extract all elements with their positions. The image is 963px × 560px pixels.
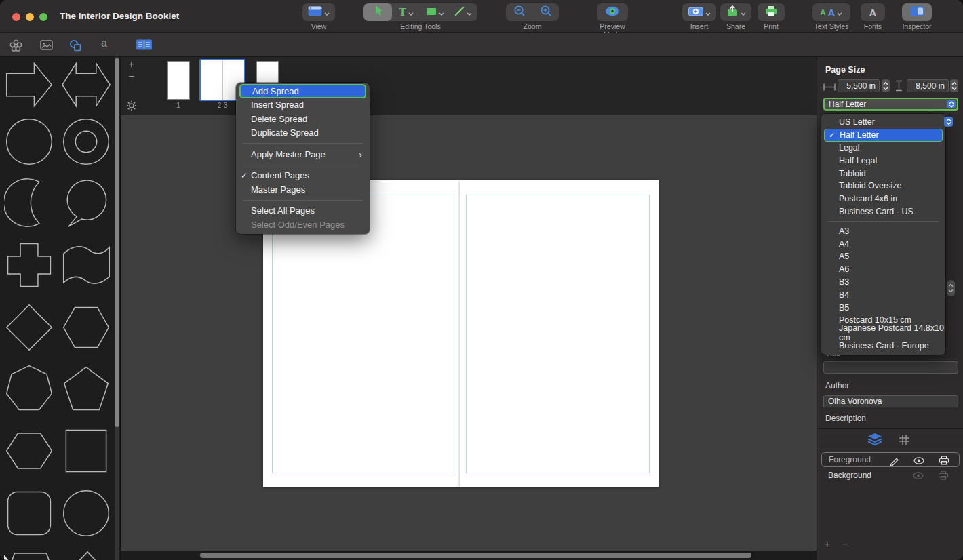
dropdown-item-business-card-europe[interactable]: Business Card - Europe <box>821 340 945 353</box>
menu-item-delete-spread[interactable]: Delete Spread <box>236 112 370 126</box>
shape-rounded-square-icon[interactable] <box>4 487 54 540</box>
zoom-toolbar-item: Zoom <box>506 3 559 31</box>
dropdown-item-a6[interactable]: A6 <box>821 263 945 276</box>
insert-button[interactable] <box>682 3 716 21</box>
add-layer-button[interactable]: + <box>824 538 830 551</box>
zoom-window-button[interactable] <box>39 13 47 21</box>
line-tool-button[interactable] <box>449 3 477 21</box>
close-window-button[interactable] <box>12 13 20 21</box>
eye-visibility-icon[interactable] <box>913 457 924 466</box>
dropdown-item-half-legal[interactable]: Half Legal <box>821 154 945 167</box>
grid-tab[interactable] <box>899 434 910 448</box>
menu-item-select-all-pages[interactable]: Select All Pages <box>236 204 370 218</box>
menu-item-apply-master-page[interactable]: Apply Master Page› <box>236 147 370 161</box>
layer-row-background[interactable]: Background <box>821 468 960 483</box>
sidebar-scrollbar-thumb[interactable] <box>115 58 119 427</box>
inspector-button[interactable] <box>902 3 932 21</box>
title-field[interactable] <box>823 361 958 374</box>
shape-tool-button[interactable] <box>420 3 449 21</box>
minimize-window-button[interactable] <box>26 13 34 21</box>
image-library-tab[interactable] <box>40 40 53 53</box>
insert-box-icon <box>688 6 703 19</box>
facing-pages-icon[interactable] <box>136 39 153 54</box>
fonts-button[interactable]: A <box>861 3 885 21</box>
dropdown-item-b3[interactable]: B3 <box>821 276 945 289</box>
page-height-field[interactable]: 8,500 in <box>907 79 949 92</box>
shape-diamond-icon[interactable] <box>4 301 54 354</box>
view-button[interactable] <box>302 3 335 21</box>
layer-row-foreground[interactable]: Foreground <box>821 452 960 467</box>
page-size-preset-select[interactable]: Half Letter <box>823 98 958 111</box>
dropdown-item-half-letter[interactable]: ✓Half Letter <box>824 129 943 142</box>
dropdown-item-a4[interactable]: A4 <box>821 237 945 250</box>
shape-triangle-partial-icon[interactable] <box>61 549 111 560</box>
select-tool-button[interactable] <box>363 3 392 21</box>
panel-scroll-stepper[interactable] <box>947 280 955 296</box>
zoom-in-button[interactable] <box>532 3 559 21</box>
printer-layer-icon[interactable] <box>939 456 949 467</box>
shape-speech-bubble-icon[interactable] <box>61 176 111 229</box>
dropdown-item-a3[interactable]: A3 <box>821 224 945 237</box>
page-width-stepper[interactable] <box>882 79 890 92</box>
dropdown-item-a5[interactable]: A5 <box>821 250 945 263</box>
shape-crescent-icon[interactable] <box>4 176 54 229</box>
dropdown-item-b4[interactable]: B4 <box>821 288 945 301</box>
text-tool-icon: T <box>399 6 406 18</box>
margin-guides <box>466 195 650 473</box>
gear-icon[interactable] <box>126 100 137 114</box>
page-3[interactable] <box>460 180 659 487</box>
dropdown-item-legal[interactable]: Legal <box>821 142 945 155</box>
preview-mode-button[interactable] <box>597 3 628 21</box>
dropdown-item-b5[interactable]: B5 <box>821 301 945 314</box>
text-styles-button[interactable]: AA <box>812 3 850 21</box>
horizontal-scrollbar-thumb[interactable] <box>200 553 751 558</box>
menu-item-content-pages[interactable]: ✓Content Pages <box>236 169 370 183</box>
menu-item-master-pages[interactable]: Master Pages <box>236 182 370 197</box>
remove-layer-button[interactable]: − <box>842 538 848 551</box>
dropdown-item-japanese-postcard[interactable]: Japanese Postcard 14.8x10 cm <box>821 327 945 340</box>
clipart-tab[interactable] <box>9 39 22 55</box>
dropdown-item-tabloid[interactable]: Tabloid <box>821 167 945 180</box>
layers-tab[interactable] <box>867 433 882 448</box>
horizontal-scrollbar-track[interactable] <box>121 551 817 560</box>
dropdown-item-postcard-4x6[interactable]: Postcard 4x6 in <box>821 193 945 205</box>
shape-circle-icon[interactable] <box>4 115 54 168</box>
dropdown-separator <box>828 221 939 222</box>
print-button[interactable] <box>758 3 785 21</box>
shape-heptagon-icon[interactable] <box>4 362 54 415</box>
shape-trapezoid-partial-icon[interactable] <box>4 549 54 560</box>
page-1-thumbnail[interactable] <box>167 61 190 100</box>
dropdown-item-business-card-us[interactable]: Business Card - US <box>821 205 945 218</box>
printer-layer-icon-dim[interactable] <box>938 471 949 482</box>
shape-hexagon-icon[interactable] <box>61 301 111 354</box>
submenu-arrow-icon: › <box>359 148 362 160</box>
page-width-field[interactable]: 5,500 in <box>838 79 880 92</box>
select-updown-icon <box>947 100 956 108</box>
zoom-out-button[interactable] <box>506 3 532 21</box>
shape-square-icon[interactable] <box>61 424 111 477</box>
menu-item-insert-spread[interactable]: Insert Spread <box>236 98 370 113</box>
menu-item-add-spread[interactable]: Add Spread <box>239 84 366 98</box>
text-tool-button[interactable]: T <box>392 3 420 21</box>
page-height-stepper[interactable] <box>950 79 958 92</box>
author-field[interactable]: Olha Voronova <box>823 395 958 407</box>
menu-item-duplicate-spread[interactable]: Duplicate Spread <box>236 126 370 140</box>
thumbnail-zoom-in-button[interactable]: + <box>128 60 134 69</box>
shapes-library-tab[interactable] <box>69 39 81 54</box>
shape-hexagon-wide-icon[interactable] <box>4 424 54 477</box>
editing-tools-label: Editing Tools <box>363 22 477 31</box>
shape-arrow-double-icon[interactable] <box>61 58 111 111</box>
pencil-edit-icon[interactable] <box>889 456 899 468</box>
share-button[interactable] <box>720 3 751 21</box>
shape-donut-icon[interactable] <box>61 115 111 168</box>
shape-cross-icon[interactable] <box>4 239 54 292</box>
thumbnail-zoom-out-button[interactable]: − <box>128 72 134 81</box>
eye-visibility-icon-dim[interactable] <box>913 472 924 481</box>
text-art-tab[interactable]: a <box>101 37 107 49</box>
shape-circle-alt-icon[interactable] <box>61 487 111 540</box>
dropdown-item-tabloid-oversize[interactable]: Tabloid Oversize <box>821 180 945 193</box>
dropdown-item-us-letter[interactable]: US Letter <box>821 116 945 129</box>
shape-arrow-right-icon[interactable] <box>4 58 54 111</box>
shape-pentagon-icon[interactable] <box>61 362 111 415</box>
shape-flag-icon[interactable] <box>61 239 111 292</box>
